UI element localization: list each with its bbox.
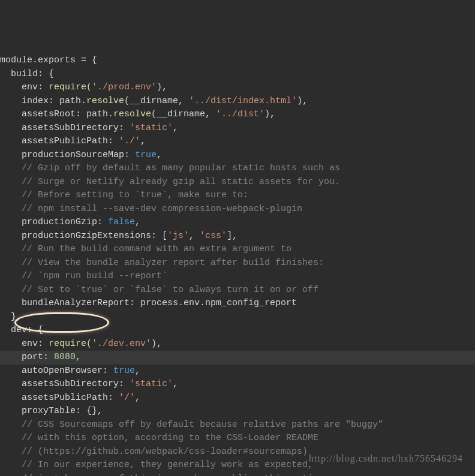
token-punct: : xyxy=(38,82,49,92)
token-punct: , xyxy=(135,217,140,227)
code-line[interactable]: build: { xyxy=(0,68,475,82)
code-line[interactable]: assetsSubDirectory: 'static', xyxy=(0,378,475,391)
code-line[interactable]: proxyTable: {}, xyxy=(0,405,475,418)
token-bool: true xyxy=(113,366,135,376)
token-comment: // View the bundle analyzer report after… xyxy=(22,258,324,268)
token-punct: (__dirname, xyxy=(151,109,216,119)
token-str: './dev.env' xyxy=(92,339,151,349)
token-punct: : { xyxy=(27,325,43,335)
token-str: 'js' xyxy=(167,231,189,241)
code-line[interactable]: env: require('./dev.env'), xyxy=(0,338,475,351)
token-punct: , xyxy=(140,136,146,146)
token-prop: productionGzip xyxy=(22,217,97,227)
token-fn: resolve xyxy=(86,96,124,106)
token-prop: assetsRoot xyxy=(22,109,76,119)
token-punct: : xyxy=(103,366,113,376)
code-line[interactable]: module.exports = { xyxy=(0,54,475,68)
code-editor[interactable]: module.exports = { build: { env: require… xyxy=(0,54,475,476)
code-line[interactable]: // Surge or Netlify already gzip all sta… xyxy=(0,176,475,189)
token-punct: , xyxy=(135,393,140,403)
token-punct: : process.env.npm_config_report xyxy=(130,298,297,308)
code-line[interactable]: assetsRoot: path.resolve(__dirname, '../… xyxy=(0,108,475,122)
code-line[interactable]: // with this option, according to the CS… xyxy=(0,432,475,445)
token-bool: true xyxy=(135,150,157,160)
code-line[interactable]: // `npm run build --report` xyxy=(0,270,475,284)
code-line[interactable]: // npm install --save-dev compression-we… xyxy=(0,203,475,216)
token-comment: // (https://github.com/webpack/css-loade… xyxy=(22,447,308,457)
code-line[interactable]: port: 8080, xyxy=(0,351,475,364)
token-str: '../dist' xyxy=(216,109,264,119)
code-line[interactable]: index: path.resolve(__dirname, '../dist/… xyxy=(0,95,475,109)
code-line[interactable]: // Before setting to `true`, make sure t… xyxy=(0,189,475,203)
token-prop: assetsPublicPath xyxy=(22,393,108,403)
token-punct: , xyxy=(135,366,140,376)
token-comment: // Before setting to `true`, make sure t… xyxy=(22,190,248,200)
token-punct: ), xyxy=(157,82,167,92)
token-comment: // npm install --save-dev compression-we… xyxy=(22,204,302,214)
code-line[interactable]: autoOpenBrowser: true, xyxy=(0,364,475,378)
code-line[interactable]: // View the bundle analyzer report after… xyxy=(0,257,475,270)
token-comment: // CSS Sourcemaps off by default because… xyxy=(22,420,383,430)
token-prop: env xyxy=(22,82,38,92)
code-line[interactable]: // Gzip off by default as many popular s… xyxy=(0,162,475,176)
token-prop: proxyTable xyxy=(22,406,76,416)
token-punct: , xyxy=(189,231,200,241)
token-prop: productionSourceMap xyxy=(22,150,124,160)
token-punct: ], xyxy=(227,231,237,241)
token-comment: // Gzip off by default as many popular s… xyxy=(22,163,340,173)
token-punct: , xyxy=(173,123,178,133)
token-comment: // just be aware of this issue when enab… xyxy=(22,474,329,477)
code-line[interactable]: // Set to `true` or `false` to always tu… xyxy=(0,284,475,297)
code-line[interactable]: dev: { xyxy=(0,324,475,338)
token-str: './' xyxy=(119,136,140,146)
token-str: 'static' xyxy=(130,123,173,133)
token-punct: : xyxy=(43,352,54,362)
token-ident: exports xyxy=(38,55,76,65)
token-prop: index xyxy=(22,96,49,106)
token-comment: // with this option, according to the CS… xyxy=(22,433,318,443)
token-punct: : xyxy=(108,136,119,146)
token-num: 8080 xyxy=(54,352,76,362)
token-punct: (__dirname, xyxy=(124,96,189,106)
code-line[interactable]: assetsPublicPath: './', xyxy=(0,135,475,149)
token-str: '/' xyxy=(119,393,135,403)
code-line[interactable]: // CSS Sourcemaps off by default because… xyxy=(0,418,475,432)
token-punct: : xyxy=(97,217,108,227)
code-line[interactable]: assetsPublicPath: '/', xyxy=(0,391,475,405)
token-str: '../dist/index.html' xyxy=(189,96,297,106)
token-punct: : { xyxy=(38,69,54,79)
code-line[interactable]: productionGzip: false, xyxy=(0,216,475,230)
token-comment: // Set to `true` or `false` to always tu… xyxy=(22,285,318,295)
token-str: './prod.env' xyxy=(92,82,157,92)
token-punct: ), xyxy=(297,96,308,106)
token-fn: require xyxy=(49,339,86,349)
token-str: 'static' xyxy=(130,379,173,389)
token-fn: require xyxy=(49,82,86,92)
token-punct: = { xyxy=(76,55,97,65)
token-punct: : path. xyxy=(49,96,86,106)
token-punct: . xyxy=(32,55,38,65)
token-prop: assetsSubDirectory xyxy=(22,379,119,389)
code-line[interactable]: productionGzipExtensions: ['js', 'css'], xyxy=(0,230,475,243)
token-punct: : {}, xyxy=(76,406,103,416)
token-prop: port xyxy=(22,352,43,362)
token-punct: , xyxy=(157,150,162,160)
token-punct: ), xyxy=(264,109,275,119)
code-line[interactable]: env: require('./prod.env'), xyxy=(0,81,475,95)
token-punct: : xyxy=(119,123,130,133)
token-punct: : xyxy=(108,393,119,403)
code-line[interactable]: assetsSubDirectory: 'static', xyxy=(0,122,475,135)
code-line[interactable]: }, xyxy=(0,311,475,324)
code-line[interactable]: productionSourceMap: true, xyxy=(0,149,475,162)
token-prop: assetsSubDirectory xyxy=(22,123,119,133)
token-prop: build xyxy=(11,69,38,79)
token-punct: ), xyxy=(151,339,162,349)
token-punct: : xyxy=(119,379,130,389)
token-prop: dev xyxy=(11,325,27,335)
token-punct: : xyxy=(124,150,135,160)
code-line[interactable]: // Run the build command with an extra a… xyxy=(0,243,475,257)
token-punct: ( xyxy=(86,339,92,349)
code-line[interactable]: bundleAnalyzerReport: process.env.npm_co… xyxy=(0,297,475,311)
token-punct: , xyxy=(76,352,81,362)
code-line[interactable]: // just be aware of this issue when enab… xyxy=(0,472,475,477)
